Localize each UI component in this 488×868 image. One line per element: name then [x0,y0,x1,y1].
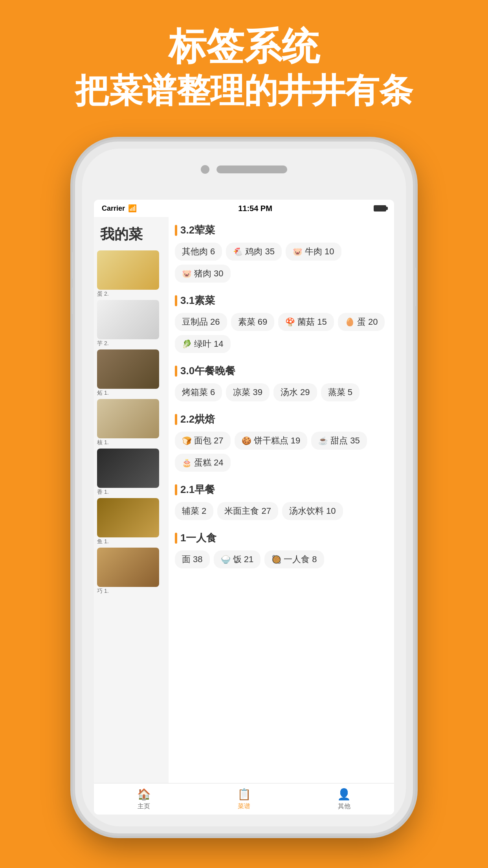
wifi-icon: 📶 [128,204,137,213]
tags-row-3-0: 烤箱菜 6 凉菜 39 汤水 29 蒸菜 5 [175,383,388,401]
status-time: 11:54 PM [238,204,272,213]
tag-item[interactable]: 烤箱菜 6 [175,383,222,401]
tag-item[interactable]: 素菜 69 [231,313,275,331]
tag-item[interactable]: 🍄菌菇 15 [278,313,334,331]
tag-item[interactable]: 其他肉 6 [175,243,222,261]
tags-row-2-2: 🍞面包 27 🍪饼干糕点 19 ☕甜点 35 🎂蛋糕 24 [175,432,388,472]
sidebar-item-label-5: 香 1. [97,488,165,497]
category-section-2-2: 2.2烘焙 🍞面包 27 🍪饼干糕点 19 ☕甜点 35 🎂蛋糕 24 [175,412,388,472]
category-title-3-2: 3.2荤菜 [175,223,388,237]
bottom-nav: 🏠 主页 📋 菜谱 👤 其他 [94,783,394,815]
tag-item[interactable]: 蒸菜 5 [321,383,360,401]
food-image-7 [97,548,159,587]
sidebar-item[interactable]: 香 1. [97,449,165,497]
tags-row-2-1: 辅菜 2 米面主食 27 汤水饮料 10 [175,502,388,520]
sidebar-item-label-3: 炻 1. [97,389,165,397]
sidebar-item-label-1: 蛋 2. [97,290,165,298]
category-title-3-0: 3.0午餐晚餐 [175,364,388,378]
camera-area [201,165,287,174]
tag-item[interactable]: 🥘一人食 8 [264,550,324,568]
volume-down-button[interactable] [72,287,75,314]
sidebar-item-label-6: 鱼 1. [97,537,165,546]
phone-inner: Carrier 📶 11:54 PM 我的菜 蛋 2. [82,149,406,826]
nav-label-recipe: 菜谱 [238,802,250,811]
status-bar: Carrier 📶 11:54 PM [94,200,394,217]
header-line2: 把菜谱整理的井井有条 [0,69,488,113]
category-section-1: 1一人食 面 38 🍚饭 21 🥘一人食 8 [175,531,388,568]
category-section-3-1: 3.1素菜 豆制品 26 素菜 69 🍄菌菇 15 🥚蛋 20 🥬绿叶 14 [175,294,388,353]
sidebar-list: 蛋 2. 芋 2. 炻 1. 核 1. [94,250,169,596]
sidebar-item-label-7: 巧 1. [97,587,165,596]
power-button[interactable] [413,267,416,307]
category-section-3-0: 3.0午餐晚餐 烤箱菜 6 凉菜 39 汤水 29 蒸菜 5 [175,364,388,401]
food-image-5 [97,449,159,488]
battery-icon [374,205,386,211]
speaker-bar [216,166,287,173]
sidebar-item[interactable]: 蛋 2. [97,250,165,298]
tags-row-3-1: 豆制品 26 素菜 69 🍄菌菇 15 🥚蛋 20 🥬绿叶 14 [175,313,388,353]
tag-item[interactable]: 🐷牛肉 10 [286,243,341,261]
tag-item[interactable]: 米面主食 27 [217,502,278,520]
volume-up-button[interactable] [72,252,75,279]
home-icon: 🏠 [137,788,151,801]
phone-frame: Carrier 📶 11:54 PM 我的菜 蛋 2. [75,142,413,833]
header-line1: 标签系统 [0,24,488,69]
sidebar-item[interactable]: 炻 1. [97,349,165,397]
tags-row-1: 面 38 🍚饭 21 🥘一人食 8 [175,550,388,568]
tag-item[interactable]: 🥬绿叶 14 [175,335,231,353]
sidebar-item-label-4: 核 1. [97,438,165,447]
tag-item[interactable]: 🐔鸡肉 35 [226,243,282,261]
tags-row-3-2: 其他肉 6 🐔鸡肉 35 🐷牛肉 10 🐷猪肉 30 [175,243,388,283]
category-title-2-2: 2.2烘焙 [175,412,388,426]
sidebar-item[interactable]: 核 1. [97,399,165,447]
sidebar-title: 我的菜 [94,217,169,250]
tag-item[interactable]: 🐷猪肉 30 [175,265,231,283]
phone-screen: Carrier 📶 11:54 PM 我的菜 蛋 2. [94,200,394,815]
main-content[interactable]: 3.2荤菜 其他肉 6 🐔鸡肉 35 🐷牛肉 10 🐷猪肉 30 3.1素菜 [169,217,394,783]
sidebar-item-label-2: 芋 2. [97,339,165,348]
tag-item[interactable]: 🍪饼干糕点 19 [235,432,308,450]
status-right [374,205,386,211]
food-image-4 [97,399,159,438]
nav-label-other: 其他 [338,802,350,811]
food-image-2 [97,300,159,339]
nav-item-home[interactable]: 🏠 主页 [94,788,194,811]
food-image-1 [97,250,159,290]
tag-item[interactable]: 凉菜 39 [226,383,270,401]
nav-label-home: 主页 [138,802,150,811]
tag-item[interactable]: 辅菜 2 [175,502,213,520]
tag-item[interactable]: 🍚饭 21 [214,550,261,568]
category-title-2-1: 2.1早餐 [175,483,388,497]
food-image-3 [97,349,159,389]
tag-item[interactable]: 🎂蛋糕 24 [175,454,231,472]
category-section-2-1: 2.1早餐 辅菜 2 米面主食 27 汤水饮料 10 [175,483,388,520]
status-left: Carrier 📶 [102,204,137,213]
tag-item[interactable]: ☕甜点 35 [311,432,367,450]
category-title-3-1: 3.1素菜 [175,294,388,307]
nav-item-recipe[interactable]: 📋 菜谱 [194,788,294,811]
carrier-label: Carrier [102,204,125,213]
tag-item[interactable]: 面 38 [175,550,210,568]
tag-item[interactable]: 🥚蛋 20 [338,313,385,331]
nav-item-other[interactable]: 👤 其他 [294,788,394,811]
recipe-icon: 📋 [237,788,251,801]
tag-item[interactable]: 豆制品 26 [175,313,227,331]
sidebar-item[interactable]: 鱼 1. [97,498,165,546]
sidebar-item[interactable]: 巧 1. [97,548,165,596]
other-icon: 👤 [337,788,351,801]
category-title-1: 1一人食 [175,531,388,545]
sidebar: 我的菜 蛋 2. 芋 2. 炻 1. [94,217,169,783]
tag-item[interactable]: 汤水 29 [273,383,317,401]
tag-item[interactable]: 汤水饮料 10 [282,502,343,520]
sidebar-item[interactable]: 芋 2. [97,300,165,348]
tag-item[interactable]: 🍞面包 27 [175,432,231,450]
food-image-6 [97,498,159,537]
screen-content: 我的菜 蛋 2. 芋 2. 炻 1. [94,217,394,783]
header-text: 标签系统 把菜谱整理的井井有条 [0,24,488,113]
camera-dot [201,165,209,174]
category-section-3-2: 3.2荤菜 其他肉 6 🐔鸡肉 35 🐷牛肉 10 🐷猪肉 30 [175,223,388,283]
